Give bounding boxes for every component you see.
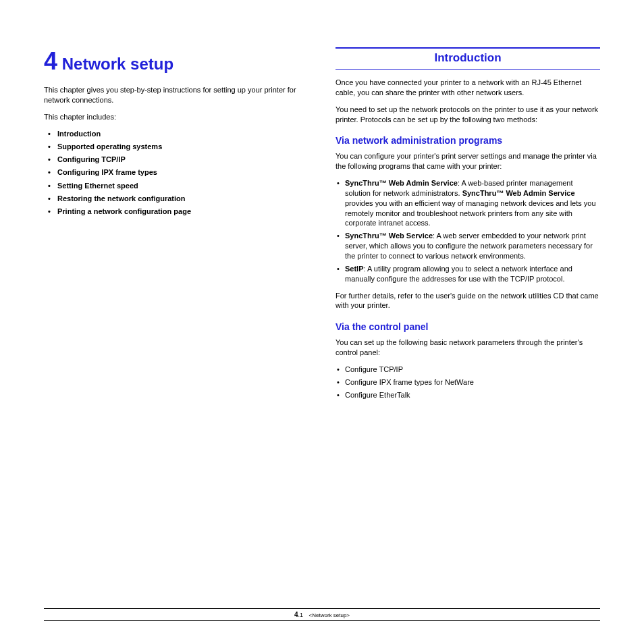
toc-item[interactable]: Restoring the network configuration <box>48 194 308 203</box>
list-item: Configure TCP/IP <box>337 365 600 375</box>
chapter-includes-label: This chapter includes: <box>44 112 308 122</box>
list-item: SyncThru™ Web Admin Service: A web-based… <box>337 178 600 228</box>
list-item: Configure IPX frame types for NetWare <box>337 377 600 387</box>
footer-chapter-label: <Network setup> <box>309 612 350 618</box>
product-name: SyncThru™ Web Admin Service <box>345 179 458 187</box>
right-column: Introduction Once you have connected you… <box>336 47 600 560</box>
chapter-title: 4 Network setup <box>44 47 308 76</box>
chapter-number: 4 <box>44 47 57 75</box>
list-item: SetIP: A utility program allowing you to… <box>337 264 600 284</box>
toc-item[interactable]: Setting Ethernet speed <box>48 181 308 190</box>
toc-item[interactable]: Configuring IPX frame types <box>48 167 308 177</box>
product-name: SyncThru™ Web Admin Service <box>462 189 575 197</box>
program-list: SyncThru™ Web Admin Service: A web-based… <box>337 178 600 284</box>
text-run: : A utility program allowing you to sele… <box>345 265 572 283</box>
section-heading-introduction: Introduction <box>336 47 600 70</box>
chapter-name: Network setup <box>62 55 173 73</box>
paragraph: You need to set up the network protocols… <box>336 105 600 125</box>
page-footer: 4.1 <Network setup> <box>44 608 600 621</box>
product-name: SyncThru™ Web Service <box>345 232 433 240</box>
toc-item[interactable]: Introduction <box>48 129 308 138</box>
page-content: 4 Network setup This chapter gives you s… <box>0 0 644 594</box>
subheading-via-control-panel: Via the control panel <box>336 321 600 332</box>
toc-item[interactable]: Configuring TCP/IP <box>48 155 308 164</box>
chapter-toc: Introduction Supported operating systems… <box>48 129 308 217</box>
control-panel-list: Configure TCP/IP Configure IPX frame typ… <box>337 365 600 400</box>
paragraph: Once you have connected your printer to … <box>336 78 600 98</box>
list-item: SyncThru™ Web Service: A web server embe… <box>337 231 600 261</box>
footer-page-num: 1 <box>300 612 303 618</box>
product-name: SetIP <box>345 265 364 273</box>
text-run: provides you with an efficient way of ma… <box>345 199 596 227</box>
paragraph: You can configure your printer's print s… <box>336 151 600 171</box>
paragraph: For further details, refer to the user's… <box>336 291 600 311</box>
toc-item[interactable]: Printing a network configuration page <box>48 207 308 216</box>
left-column: 4 Network setup This chapter gives you s… <box>44 47 308 560</box>
paragraph: You can set up the following basic netwo… <box>336 338 600 358</box>
toc-item[interactable]: Supported operating systems <box>48 142 308 151</box>
subheading-via-programs: Via network administration programs <box>336 135 600 146</box>
chapter-intro: This chapter gives you step-by-step inst… <box>44 85 308 105</box>
list-item: Configure EtherTalk <box>337 390 600 400</box>
